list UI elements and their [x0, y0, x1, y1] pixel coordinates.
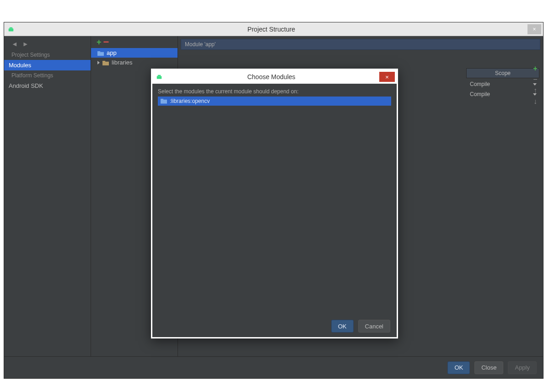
folder-icon — [97, 50, 104, 55]
add-module-icon[interactable]: + — [97, 38, 102, 47]
breadcrumb-text: Module 'app' — [185, 41, 215, 48]
android-icon — [7, 25, 15, 33]
add-dependency-icon[interactable]: + — [533, 64, 537, 73]
ok-button[interactable]: OK — [331, 320, 354, 333]
sidebar-item-android-sdk[interactable]: Android SDK — [4, 81, 91, 91]
module-label: libraries — [112, 59, 133, 66]
apply-button: Apply — [508, 361, 537, 374]
breadcrumb: Module 'app' — [181, 39, 540, 50]
dialog-title: Choose Modules — [163, 73, 379, 81]
choose-modules-dialog: Choose Modules × Select the modules the … — [151, 69, 398, 338]
scope-header: Scope — [466, 68, 539, 78]
scope-value: Compile — [470, 81, 490, 87]
module-item-app[interactable]: app — [91, 48, 178, 58]
module-option[interactable]: :libraries:opencv — [158, 97, 391, 106]
svg-rect-11 — [161, 99, 163, 101]
dialog-body: Select the modules the current module sh… — [152, 84, 397, 315]
dialog-close-button[interactable]: × — [379, 72, 395, 82]
module-item-libraries[interactable]: libraries — [91, 58, 178, 67]
move-down-icon[interactable]: ↓ — [533, 97, 537, 106]
nav-forward-icon[interactable]: ► — [22, 40, 29, 48]
folder-icon — [161, 99, 167, 104]
svg-rect-0 — [9, 28, 14, 31]
nav-arrows: ◄ ► — [4, 38, 91, 50]
cancel-button[interactable]: Cancel — [358, 320, 390, 333]
nav-back-icon[interactable]: ◄ — [11, 40, 18, 48]
module-label: app — [107, 49, 117, 56]
remove-dependency-icon[interactable]: − — [533, 75, 537, 84]
expand-icon[interactable] — [97, 61, 100, 64]
window-title: Project Structure — [15, 26, 527, 33]
sidebar-item-modules[interactable]: Modules — [4, 60, 91, 70]
dependency-action-buttons: + − ↑ ↓ — [530, 64, 540, 106]
window-titlebar: Project Structure × — [4, 22, 543, 36]
settings-sidebar: ◄ ► Project Settings Modules Platform Se… — [4, 36, 91, 356]
close-button[interactable]: Close — [474, 361, 503, 374]
folder-icon — [102, 60, 109, 65]
module-option-label: :libraries:opencv — [170, 98, 210, 104]
ok-button[interactable]: OK — [447, 361, 470, 374]
scope-column: Scope Compile Compile — [466, 68, 539, 99]
android-icon — [155, 73, 163, 81]
scope-dropdown[interactable]: Compile — [466, 79, 539, 89]
window-footer: OK Close Apply — [4, 356, 543, 378]
window-close-button[interactable]: × — [527, 24, 541, 34]
module-selection-list[interactable]: :libraries:opencv — [158, 97, 391, 315]
svg-rect-7 — [157, 76, 162, 79]
scope-dropdown[interactable]: Compile — [466, 89, 539, 99]
dialog-footer: OK Cancel — [152, 315, 397, 337]
dialog-instruction: Select the modules the current module sh… — [158, 88, 391, 95]
svg-rect-4 — [97, 51, 100, 53]
section-header-platform-settings: Platform Settings — [4, 70, 91, 81]
modules-toolbar: + − — [91, 36, 178, 48]
svg-rect-6 — [102, 61, 105, 63]
dialog-titlebar: Choose Modules × — [152, 70, 397, 84]
section-header-project-settings: Project Settings — [4, 50, 91, 60]
scope-value: Compile — [470, 91, 490, 97]
remove-module-icon[interactable]: − — [103, 36, 109, 48]
move-up-icon[interactable]: ↑ — [533, 86, 537, 95]
